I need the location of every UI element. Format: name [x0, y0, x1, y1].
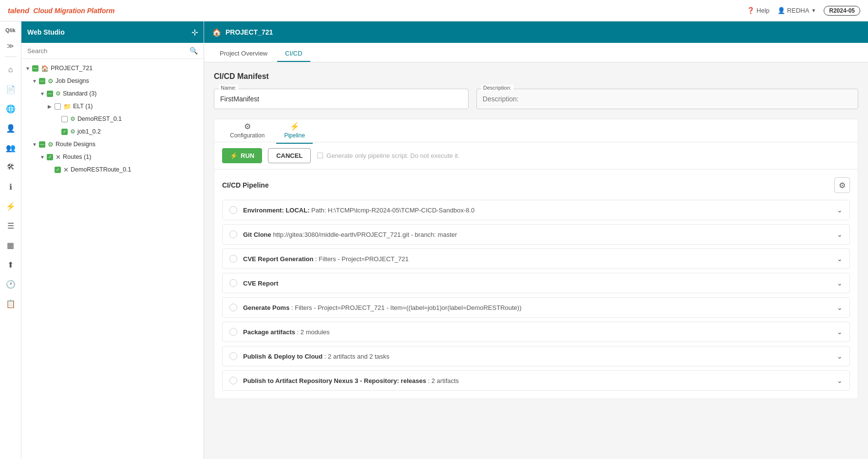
tabs-bar: Project Overview CI/CD	[204, 43, 868, 62]
tab-cicd[interactable]: CI/CD	[277, 46, 310, 62]
pipeline-item-generate-poms[interactable]: Generate Poms : Filters - Project=PROJEC…	[222, 297, 850, 318]
tree-checkbox-standard[interactable]	[47, 91, 53, 97]
pipeline-item-env-local[interactable]: Environment: LOCAL: Path: H:\TCMP\tcmp-R…	[222, 200, 850, 220]
pipeline-item-cve-report[interactable]: CVE Report ⌄	[222, 273, 850, 293]
sidebar-nav-home[interactable]: ⌂	[2, 61, 19, 78]
sidebar-nav-users[interactable]: 👥	[2, 139, 19, 156]
tree-check-routedesigns[interactable]	[39, 141, 46, 148]
tree-checkbox-routedesigns[interactable]	[39, 141, 45, 148]
name-input[interactable]	[214, 89, 469, 109]
tree-checkbox-demorestroute[interactable]	[55, 167, 61, 173]
generate-text: ☐ Generate only pipeline script. Do not …	[317, 151, 459, 160]
brand-rest: Cloud Migration Platform	[31, 7, 114, 15]
sidebar-nav-globe[interactable]: 🌐	[2, 100, 19, 117]
tree-arrow-routedesigns: ▼	[32, 142, 39, 147]
sidebar-header-actions[interactable]: ⊹	[191, 28, 198, 37]
pipeline-item-package-artifacts[interactable]: Package artifacts : 2 modules ⌄	[222, 322, 850, 342]
search-bar: 🔍	[21, 43, 204, 59]
sub-tab-pipeline[interactable]: ⚡ Pipeline	[276, 118, 313, 144]
pipeline-section: CI/CD Pipeline ⚙ Environment: LOCAL: Pat…	[214, 170, 858, 399]
brand-logo: talend Cloud Migration Platform	[8, 6, 114, 15]
tree-icon-demorestroute: ✕	[63, 166, 69, 173]
pipeline-item-git-clone[interactable]: Git Clone http://gitea:3080/middle-earth…	[222, 224, 850, 245]
project-header-title: PROJECT_721	[226, 28, 273, 36]
project-header: 🏠 PROJECT_721	[204, 21, 868, 43]
tree-check-jobdesigns[interactable]	[39, 77, 46, 84]
gear-icon: ⚙	[244, 122, 251, 131]
help-label: Help	[756, 7, 770, 14]
sidebar-nav-clock[interactable]: 🕐	[2, 275, 19, 293]
pipeline-radio-env-local	[229, 206, 237, 214]
tree-item-demorestroute[interactable]: ▶ ✕ DemoRESTRoute_0.1	[21, 163, 204, 176]
user-label: REDHA	[787, 7, 810, 14]
search-input[interactable]	[27, 47, 187, 55]
tree-icon-project: 🏠	[41, 65, 49, 72]
tree-check-job1[interactable]	[61, 128, 68, 135]
tree-item-jobdesigns[interactable]: ▼ ⚙ Job Designs	[21, 75, 204, 87]
sidebar-nav-lightning[interactable]: ⚡	[2, 197, 19, 215]
chevron-icon-env-local: ⌄	[837, 206, 843, 214]
tree-label-elt: ELT (1)	[73, 103, 200, 110]
tree-item-project[interactable]: ▼ 🏠 PROJECT_721	[21, 62, 204, 75]
cancel-button[interactable]: CANCEL	[268, 148, 311, 163]
run-button[interactable]: ⚡ RUN	[222, 148, 262, 163]
tree-label-standard: Standard (3)	[63, 90, 200, 97]
pipeline-item-publish-deploy[interactable]: Publish & Deploy to Cloud : 2 artifacts …	[222, 346, 850, 366]
sidebar-nav-report[interactable]: 📋	[2, 295, 19, 312]
tree-check-elt[interactable]	[55, 103, 61, 110]
tree-checkbox-project[interactable]	[32, 65, 38, 72]
sidebar-nav-document[interactable]: 📄	[2, 80, 19, 98]
tree-check-demorestroute[interactable]	[55, 166, 61, 173]
tree-check-project[interactable]	[32, 65, 39, 72]
sub-tab-configuration[interactable]: ⚙ Configuration	[222, 118, 272, 144]
tree-checkbox-job1[interactable]	[61, 129, 68, 135]
form-row: Name: Description:	[214, 89, 858, 109]
tree-checkbox-elt[interactable]	[55, 103, 61, 110]
pipeline-item-publish-nexus[interactable]: Publish to Artifact Repository Nexus 3 -…	[222, 370, 850, 391]
sidebar-nav-upload[interactable]: ⬆	[2, 256, 19, 273]
sidebar-nav-user[interactable]: 👤	[2, 119, 19, 137]
tree-item-elt[interactable]: ▶ 📁 ELT (1)	[21, 100, 204, 113]
tree-item-job1[interactable]: ▶ ⚙ job1_0.2	[21, 125, 204, 138]
pipeline-item-text-publish-deploy: Publish & Deploy to Cloud : 2 artifacts …	[243, 353, 837, 360]
expand-sidebar-button[interactable]: ≫	[3, 39, 19, 53]
pipeline-item-text-cve-gen: CVE Report Generation : Filters - Projec…	[243, 255, 837, 263]
tree-check-routes[interactable]	[47, 153, 54, 160]
tree-item-demorest[interactable]: ▶ ⚙ DemoREST_0.1	[21, 113, 204, 125]
tree-item-routes[interactable]: ▼ ✕ Routes (1)	[21, 151, 204, 163]
pipeline-settings-button[interactable]: ⚙	[834, 177, 850, 193]
topbar-right: ❓ Help 👤 REDHA ▼ R2024-05	[747, 6, 860, 16]
tree-checkbox-routes[interactable]	[47, 154, 53, 160]
pipeline-section-header: CI/CD Pipeline ⚙	[222, 177, 850, 193]
tree-checkbox-demorest[interactable]	[61, 116, 68, 122]
tree-check-demorest[interactable]	[61, 115, 68, 122]
sidebar-nav-grid[interactable]: ▦	[2, 236, 19, 254]
pipeline-radio-cve-report	[229, 279, 237, 287]
tab-project-overview[interactable]: Project Overview	[212, 46, 275, 62]
pipeline-radio-cve-gen	[229, 255, 237, 263]
search-icon: 🔍	[189, 47, 198, 55]
run-icon: ⚡	[230, 152, 238, 159]
tree-check-standard[interactable]	[47, 90, 54, 97]
tree-label-demorest: DemoREST_0.1	[77, 115, 200, 122]
tree-checkbox-jobdesigns[interactable]	[39, 78, 45, 84]
version-badge[interactable]: R2024-05	[824, 6, 860, 16]
description-label: Description:	[481, 85, 513, 91]
pipeline-item-cve-gen[interactable]: CVE Report Generation : Filters - Projec…	[222, 249, 850, 269]
user-button[interactable]: 👤 REDHA ▼	[777, 7, 816, 14]
tree-icon-standard: ⚙	[56, 90, 61, 97]
description-input[interactable]	[476, 89, 858, 109]
tree-item-routedesigns[interactable]: ▼ ⚙ Route Designs	[21, 138, 204, 151]
sidebar-nav-list[interactable]: ☰	[2, 217, 19, 234]
pipeline-item-text-generate-poms: Generate Poms : Filters - Project=PROJEC…	[243, 304, 837, 311]
tree-label-project: PROJECT_721	[51, 65, 200, 72]
help-button[interactable]: ❓ Help	[747, 7, 770, 14]
pipeline-item-text-cve-report: CVE Report	[243, 280, 837, 287]
sidebar-nav-info[interactable]: ℹ	[2, 178, 19, 195]
topbar: talend Cloud Migration Platform ❓ Help 👤…	[0, 0, 868, 21]
tree-item-standard[interactable]: ▼ ⚙ Standard (3)	[21, 87, 204, 100]
sidebar-nav-tools[interactable]: 🛠	[2, 158, 19, 176]
topbar-left: talend Cloud Migration Platform	[8, 6, 114, 15]
name-field-group: Name:	[214, 89, 469, 109]
sidebar-title: Web Studio	[27, 28, 65, 36]
